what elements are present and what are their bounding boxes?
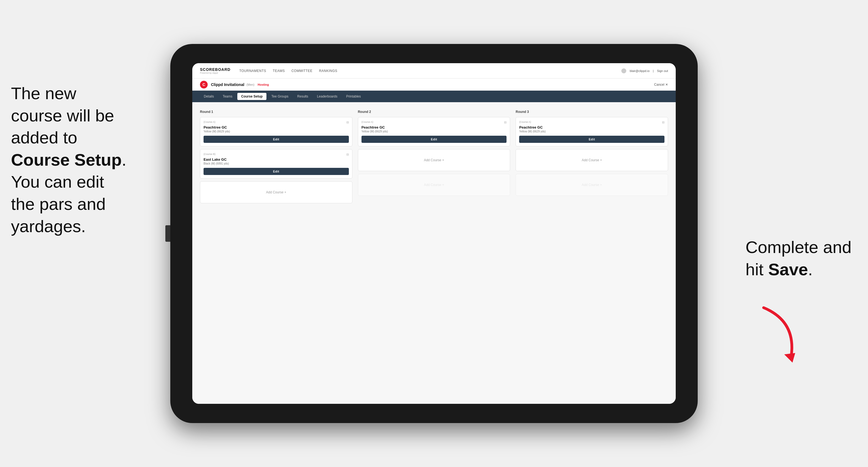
card-header: (Course A) ⊟ [204, 121, 349, 124]
nav-tournaments[interactable]: TOURNAMENTS [239, 69, 266, 73]
arrow-right-icon [742, 300, 813, 371]
card-header-r3: (Course A) ⊟ [519, 121, 664, 124]
annotation-left: The new course will be added to Course S… [11, 83, 126, 237]
delete-course-b-button[interactable]: ⊟ [346, 153, 349, 156]
round3-course-a-label: (Course A) [519, 121, 531, 123]
edit-round3-course-a-button[interactable]: Edit [519, 136, 664, 143]
side-button [165, 225, 170, 242]
course-b-label: (Course B) [204, 153, 216, 155]
main-content: Round 1 (Course A) ⊟ Peachtree GC Yellow… [192, 102, 676, 404]
tablet-screen: SCOREBOARD Powered by clippd TOURNAMENTS… [192, 63, 676, 404]
course-b-info: Black (M) (6891 yds) [204, 162, 349, 165]
round-3-course-a-card: (Course A) ⊟ Peachtree GC Yellow (M) (66… [516, 117, 668, 147]
tab-tee-groups[interactable]: Tee Groups [268, 93, 292, 100]
round-2-label: Round 2 [358, 110, 510, 114]
top-nav: SCOREBOARD Powered by clippd TOURNAMENTS… [192, 63, 676, 79]
round2-add-course-text: Add Course + [424, 158, 444, 162]
nav-right: blair@clippd.io | Sign out [621, 68, 668, 73]
course-a-name: Peachtree GC [204, 125, 349, 129]
edit-course-a-button[interactable]: Edit [204, 136, 349, 143]
edit-round2-course-a-button[interactable]: Edit [362, 136, 507, 143]
course-a-info: Yellow (M) (6629 yds) [204, 130, 349, 133]
card-header-b: (Course B) ⊟ [204, 153, 349, 156]
tab-course-setup[interactable]: Course Setup [237, 93, 267, 100]
round-3-label: Round 3 [516, 110, 668, 114]
nav-links: TOURNAMENTS TEAMS COMMITTEE RANKINGS [239, 69, 621, 73]
tournament-logo: C [200, 81, 208, 89]
tablet-device: SCOREBOARD Powered by clippd TOURNAMENTS… [170, 44, 698, 423]
svg-marker-1 [784, 353, 795, 363]
edit-course-b-button[interactable]: Edit [204, 168, 349, 175]
round-1-column: Round 1 (Course A) ⊟ Peachtree GC Yellow… [200, 110, 352, 206]
user-email: blair@clippd.io [629, 69, 649, 72]
round-2-course-a-card: (Course A) ⊟ Peachtree GC Yellow (M) (66… [358, 117, 510, 147]
rounds-grid: Round 1 (Course A) ⊟ Peachtree GC Yellow… [200, 110, 668, 206]
course-a-label: (Course A) [204, 121, 215, 123]
sub-tabs: Details Teams Course Setup Tee Groups Re… [192, 91, 676, 102]
logo-area: SCOREBOARD Powered by clippd [200, 67, 230, 74]
round-3-column: Round 3 (Course A) ⊟ Peachtree GC Yellow… [516, 110, 668, 206]
round-1-add-course-card[interactable]: Add Course + [200, 181, 352, 203]
round-1-course-a-card: (Course A) ⊟ Peachtree GC Yellow (M) (66… [200, 117, 352, 147]
tournament-header: C Clippd Invitational (Men) Hosting Canc… [192, 79, 676, 91]
round3-add-course-disabled-text: Add Course + [582, 183, 602, 187]
tab-leaderboards[interactable]: Leaderboards [313, 93, 341, 100]
annotation-right: Complete and hit Save. [745, 236, 851, 280]
round2-course-a-info: Yellow (M) (6629 yds) [362, 130, 507, 133]
tab-teams[interactable]: Teams [219, 93, 236, 100]
scoreboard-logo: SCOREBOARD [200, 67, 230, 72]
tab-results[interactable]: Results [293, 93, 312, 100]
round3-course-a-name: Peachtree GC [519, 125, 664, 129]
cancel-button[interactable]: Cancel ✕ [654, 83, 668, 87]
delete-round3-course-a-button[interactable]: ⊟ [662, 121, 664, 124]
course-b-name: East Lake GC [204, 157, 349, 161]
sign-out-link[interactable]: Sign out [657, 69, 668, 72]
round-1-label: Round 1 [200, 110, 352, 114]
tournament-gender: (Men) [246, 83, 254, 86]
round-2-add-course-disabled-card: Add Course + [358, 174, 510, 196]
add-course-text: Add Course + [266, 190, 286, 194]
round2-course-a-name: Peachtree GC [362, 125, 507, 129]
round-2-column: Round 2 (Course A) ⊟ Peachtree GC Yellow… [358, 110, 510, 206]
nav-committee[interactable]: COMMITTEE [291, 69, 313, 73]
round-3-add-course-disabled-card: Add Course + [516, 174, 668, 196]
round2-add-course-disabled-text: Add Course + [424, 183, 444, 187]
nav-teams[interactable]: TEAMS [273, 69, 285, 73]
logo-subtitle: Powered by clippd [200, 72, 230, 74]
tournament-status: Hosting [258, 83, 269, 86]
round3-course-a-info: Yellow (M) (6629 yds) [519, 130, 664, 133]
round3-add-course-text: Add Course + [582, 158, 602, 162]
tournament-name: Clippd Invitational [211, 83, 244, 87]
round-1-course-b-card: (Course B) ⊟ East Lake GC Black (M) (689… [200, 149, 352, 179]
round-2-add-course-card[interactable]: Add Course + [358, 149, 510, 171]
user-avatar [621, 68, 626, 73]
delete-course-a-button[interactable]: ⊟ [346, 121, 349, 124]
nav-rankings[interactable]: RANKINGS [319, 69, 337, 73]
tab-details[interactable]: Details [200, 93, 218, 100]
round-3-add-course-card[interactable]: Add Course + [516, 149, 668, 171]
delete-round2-course-a-button[interactable]: ⊟ [504, 121, 506, 124]
round2-course-a-label: (Course A) [362, 121, 373, 123]
tab-printables[interactable]: Printables [342, 93, 365, 100]
card-header-r2: (Course A) ⊟ [362, 121, 507, 124]
